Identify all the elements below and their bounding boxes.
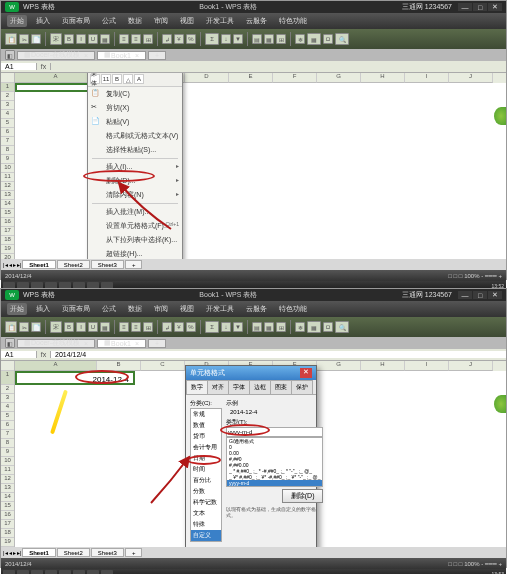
row-header[interactable]: 1 [1,371,14,385]
border-button[interactable]: ▦ [100,322,110,332]
format-code-list[interactable]: G/通用格式00.00#,##0#,##0.00_ * #,##0_ ;_ * … [226,437,323,487]
menu-item[interactable]: 开始 [7,303,27,315]
fx-button[interactable]: fx [37,63,51,70]
currency-button[interactable]: ¥ [174,322,184,332]
context-menu-item[interactable]: 插入(I)...▸ [88,160,182,174]
menu-item[interactable]: 云服务 [243,303,270,315]
context-menu-item[interactable]: 粘贴(V)📄 [88,115,182,129]
category-item[interactable]: 常规 [191,409,221,420]
row-header[interactable]: 12 [1,182,14,191]
mini-toolbar-button[interactable]: A [134,74,144,84]
filter-button[interactable]: ▼ [233,34,243,44]
menu-item[interactable]: 审阅 [151,303,171,315]
row-header[interactable]: 13 [1,484,14,493]
font-box[interactable]: 宋 [50,33,62,45]
row-header[interactable]: 4 [1,110,14,119]
row-header[interactable]: 17 [1,520,14,529]
sheet-nav-first[interactable]: |◂ [3,261,8,268]
row-header[interactable]: 15 [1,502,14,511]
taskbar-item[interactable] [101,570,113,574]
row-header[interactable]: 9 [1,448,14,457]
format-button[interactable]: ▤ [252,322,262,332]
row-header[interactable]: 8 [1,146,14,155]
category-item[interactable]: 百分比 [191,475,221,486]
dialog-close-icon[interactable]: ✕ [300,368,312,378]
column-header[interactable]: B [97,361,141,371]
document-tab[interactable]: ▦ Docer-在线模板 × [17,51,95,60]
currency-button[interactable]: ¥ [174,34,184,44]
category-item[interactable]: 货币 [191,431,221,442]
row-header[interactable]: 10 [1,164,14,173]
underline-button[interactable]: U [88,34,98,44]
mini-toolbar-button[interactable]: B [112,74,122,84]
add-sheet-button[interactable]: + [125,260,143,269]
percent-button[interactable]: % [186,34,196,44]
category-item[interactable]: 会计专用 [191,442,221,453]
menu-item[interactable]: 公式 [99,15,119,27]
paste-button[interactable]: 📋 [5,321,17,333]
column-header[interactable]: F [273,73,317,83]
sheet-nav-prev[interactable]: ◂ [9,549,12,556]
add-sheet-button[interactable]: + [125,548,143,557]
fx-button[interactable]: fx [37,351,51,358]
formula-input[interactable]: 2014/12/4 [51,351,506,358]
sheet-tab[interactable]: Sheet2 [57,548,90,557]
row-col-button[interactable]: ▦ [264,322,274,332]
column-header[interactable]: H [361,73,405,83]
format-code-item[interactable]: yyyy"年"m"月"d"日" [227,486,322,487]
category-item[interactable]: 分数 [191,486,221,497]
context-menu-item[interactable]: 选择性粘贴(S)... [88,143,182,157]
column-header[interactable]: G [317,73,361,83]
find-button[interactable]: 🔍 [335,321,349,333]
category-list[interactable]: 常规数值货币会计专用日期时间百分比分数科学记数文本特殊自定义 [190,408,222,542]
context-menu-item[interactable]: 剪切(X)✂ [88,101,182,115]
column-header[interactable]: I [405,73,449,83]
maximize-button[interactable]: □ [473,291,487,299]
menu-item[interactable]: 云服务 [243,15,270,27]
align-center-button[interactable]: ≡ [131,34,141,44]
column-header[interactable]: G [317,361,361,371]
sheet-tab[interactable]: Sheet1 [22,260,56,269]
freeze-button[interactable]: ❄ [295,34,305,44]
mini-toolbar-button[interactable]: 宋体 [90,74,100,84]
sort-button[interactable]: ↓ [221,34,231,44]
context-menu-item[interactable]: 超链接(H)... [88,247,182,259]
name-box[interactable]: A1 [1,63,37,70]
row-header[interactable]: 10 [1,457,14,466]
menu-item[interactable]: 数据 [125,15,145,27]
menu-item[interactable]: 审阅 [151,15,171,27]
table-style-button[interactable]: ▦ [307,33,321,45]
row-header[interactable]: 16 [1,218,14,227]
taskbar-item[interactable] [45,570,57,574]
row-header[interactable]: 17 [1,227,14,236]
dialog-tab[interactable]: 对齐 [207,380,229,394]
sheet-nav-next[interactable]: ▸ [13,549,16,556]
menu-item[interactable]: 开始 [7,15,27,27]
sheet-tab[interactable]: Sheet1 [22,548,56,557]
cut-button[interactable]: ✂ [19,34,29,44]
row-header[interactable]: 19 [1,245,14,254]
column-header[interactable]: D [185,73,229,83]
context-menu-item[interactable]: 清除内容(N)▸ [88,188,182,202]
bold-button[interactable]: B [64,34,74,44]
mini-toolbar-button[interactable]: 11 [101,74,111,84]
row-header[interactable]: 3 [1,101,14,110]
sheet-nav-first[interactable]: |◂ [3,549,8,556]
merge-button[interactable]: ⊞ [143,34,153,44]
sheet-nav-next[interactable]: ▸ [13,261,16,268]
sheet-tab[interactable]: Sheet3 [91,260,124,269]
category-item[interactable]: 文本 [191,508,221,519]
menu-item[interactable]: 页面布局 [59,15,93,27]
menu-item[interactable]: 特色功能 [276,303,310,315]
taskbar-item[interactable] [87,570,99,574]
row-header[interactable]: 8 [1,439,14,448]
side-widget-icon[interactable] [494,107,506,125]
menu-item[interactable]: 特色功能 [276,15,310,27]
sheet-nav-last[interactable]: ▸| [17,261,22,268]
cut-button[interactable]: ✂ [19,322,29,332]
dialog-title-bar[interactable]: 单元格格式 ✕ [186,366,316,380]
column-header[interactable]: H [361,361,405,371]
row-header[interactable]: 2 [1,92,14,101]
context-menu-item[interactable]: 复制(C)📋 [88,87,182,101]
underline-button[interactable]: U [88,322,98,332]
